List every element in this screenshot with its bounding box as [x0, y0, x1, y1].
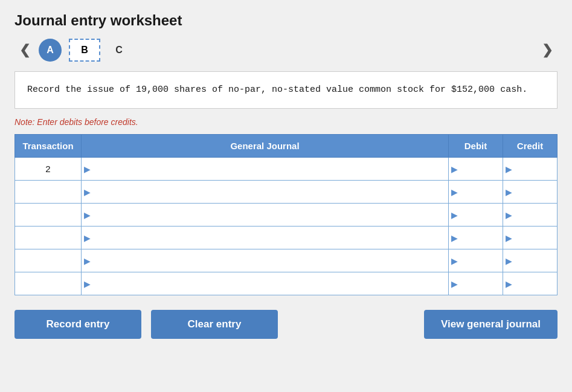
row-arrow-2: ▶: [84, 187, 91, 197]
credit-arrow-6: ▶: [506, 279, 512, 289]
credit-arrow-1: ▶: [506, 164, 512, 174]
transaction-cell-4: [15, 227, 82, 249]
debit-cell-5[interactable]: ▶: [449, 249, 503, 272]
col-header-transaction: Transaction: [15, 135, 82, 158]
credit-cell-4[interactable]: ▶: [503, 227, 558, 249]
row-arrow-1: ▶: [84, 164, 91, 174]
journal-table: Transaction General Journal Debit Credit…: [14, 134, 558, 295]
credit-input-4[interactable]: [507, 227, 553, 249]
transaction-cell-3: [15, 204, 82, 227]
col-header-debit: Debit: [449, 135, 503, 158]
journal-input-4[interactable]: [91, 227, 445, 249]
debit-input-6[interactable]: [452, 272, 499, 295]
credit-cell-5[interactable]: ▶: [503, 249, 558, 272]
journal-input-5[interactable]: [91, 249, 445, 272]
description-box: Record the issue of 19,000 shares of no-…: [14, 71, 558, 109]
debit-cell-4[interactable]: ▶: [449, 227, 503, 249]
debit-cell-1[interactable]: ▶: [449, 158, 503, 181]
nav-left-arrow[interactable]: ❮: [14, 40, 35, 60]
journal-cell-5[interactable]: ▶: [82, 249, 449, 272]
debit-arrow-3: ▶: [451, 210, 458, 220]
clear-entry-button[interactable]: Clear entry: [151, 310, 278, 339]
tab-b[interactable]: B: [69, 39, 100, 62]
tab-a[interactable]: A: [39, 39, 62, 62]
table-row: 2 ▶ ▶ ▶: [15, 158, 558, 181]
credit-input-2[interactable]: [507, 181, 553, 203]
description-text: Record the issue of 19,000 shares of no-…: [27, 85, 527, 95]
debit-input-2[interactable]: [452, 181, 499, 203]
row-arrow-6: ▶: [84, 279, 91, 289]
tabs-row: ❮ A B C ❯: [14, 39, 558, 62]
journal-cell-6[interactable]: ▶: [82, 272, 449, 295]
table-row: ▶ ▶ ▶: [15, 227, 558, 249]
col-header-credit: Credit: [503, 135, 558, 158]
row-arrow-4: ▶: [84, 233, 91, 243]
credit-arrow-5: ▶: [506, 256, 512, 266]
debit-input-5[interactable]: [452, 249, 499, 272]
journal-cell-3[interactable]: ▶: [82, 204, 449, 227]
note-text: Note: Enter debits before credits.: [14, 117, 558, 127]
journal-input-2[interactable]: [91, 181, 445, 203]
debit-cell-6[interactable]: ▶: [449, 272, 503, 295]
debit-cell-3[interactable]: ▶: [449, 204, 503, 227]
debit-input-4[interactable]: [452, 227, 499, 249]
credit-arrow-2: ▶: [506, 187, 512, 197]
debit-arrow-5: ▶: [451, 256, 458, 266]
debit-arrow-1: ▶: [451, 164, 458, 174]
credit-cell-6[interactable]: ▶: [503, 272, 558, 295]
credit-cell-1[interactable]: ▶: [503, 158, 558, 181]
debit-arrow-6: ▶: [451, 279, 458, 289]
page-title: Journal entry worksheet: [14, 12, 558, 29]
nav-right-arrow[interactable]: ❯: [537, 40, 558, 60]
tab-c[interactable]: C: [108, 39, 130, 62]
journal-input-1[interactable]: [91, 158, 445, 180]
debit-arrow-4: ▶: [451, 233, 458, 243]
col-header-general-journal: General Journal: [82, 135, 449, 158]
credit-input-3[interactable]: [507, 204, 553, 226]
journal-cell-4[interactable]: ▶: [82, 227, 449, 249]
journal-cell-2[interactable]: ▶: [82, 181, 449, 204]
credit-input-1[interactable]: [507, 158, 553, 180]
table-row: ▶ ▶ ▶: [15, 181, 558, 204]
table-row: ▶ ▶ ▶: [15, 249, 558, 272]
transaction-cell-5: [15, 249, 82, 272]
transaction-cell-1: 2: [15, 158, 82, 181]
credit-cell-2[interactable]: ▶: [503, 181, 558, 204]
journal-cell-1[interactable]: ▶: [82, 158, 449, 181]
journal-input-6[interactable]: [91, 272, 445, 295]
table-row: ▶ ▶ ▶: [15, 204, 558, 227]
table-row: ▶ ▶ ▶: [15, 272, 558, 295]
debit-arrow-2: ▶: [451, 187, 458, 197]
credit-input-5[interactable]: [507, 249, 553, 272]
transaction-cell-2: [15, 181, 82, 204]
transaction-cell-6: [15, 272, 82, 295]
journal-input-3[interactable]: [91, 204, 445, 226]
row-arrow-5: ▶: [84, 256, 91, 266]
credit-input-6[interactable]: [507, 272, 553, 295]
view-general-journal-button[interactable]: View general journal: [424, 310, 558, 339]
debit-input-1[interactable]: [452, 158, 499, 180]
debit-cell-2[interactable]: ▶: [449, 181, 503, 204]
debit-input-3[interactable]: [452, 204, 499, 226]
record-entry-button[interactable]: Record entry: [14, 310, 141, 339]
credit-cell-3[interactable]: ▶: [503, 204, 558, 227]
row-arrow-3: ▶: [84, 210, 91, 220]
credit-arrow-4: ▶: [506, 233, 512, 243]
buttons-row: Record entry Clear entry View general jo…: [14, 310, 558, 339]
credit-arrow-3: ▶: [506, 210, 512, 220]
